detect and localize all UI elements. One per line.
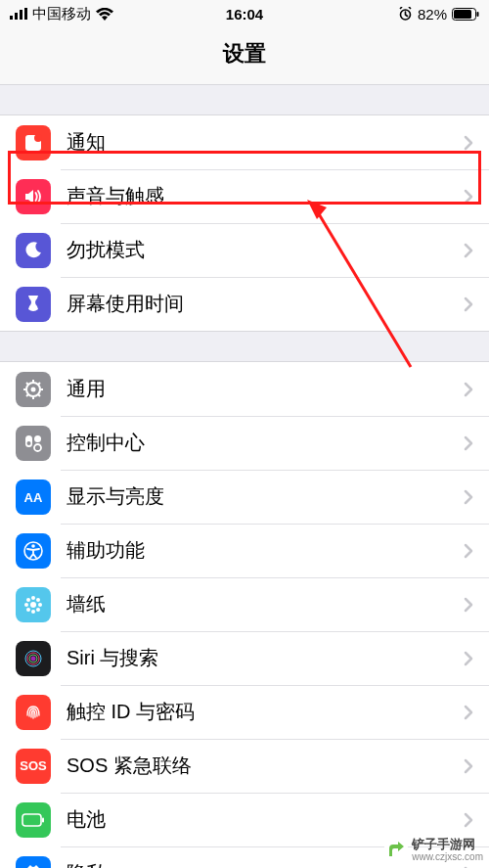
status-right: 82% [398,6,479,23]
svg-rect-40 [22,814,41,826]
svg-rect-41 [42,817,44,822]
svg-rect-0 [10,16,13,20]
chevron-right-icon [464,243,473,258]
status-left: 中国移动 [10,5,113,23]
row-label: Siri 与搜索 [67,645,464,671]
dnd-icon [16,233,51,268]
row-general[interactable]: 通用 [0,362,489,416]
chevron-right-icon [464,543,473,559]
wifi-icon [96,8,113,21]
touchid-icon [16,695,51,730]
svg-point-34 [26,608,30,612]
svg-line-17 [38,394,40,396]
row-label: 声音与触感 [67,183,464,209]
svg-rect-1 [15,13,18,20]
alarm-icon [398,7,413,21]
row-wallpaper[interactable]: 墙纸 [0,577,489,631]
controlcenter-icon [16,426,51,461]
display-icon: AA [16,480,51,515]
wallpaper-icon [16,587,51,622]
svg-rect-2 [20,10,22,20]
svg-point-22 [34,435,41,442]
svg-point-11 [31,387,36,391]
row-label: 墙纸 [67,591,464,617]
row-accessibility[interactable]: 辅助功能 [0,524,489,577]
chevron-right-icon [464,135,473,151]
svg-point-31 [38,603,42,607]
sounds-icon [16,179,51,214]
svg-text:AA: AA [24,490,43,505]
row-label: 电池 [67,806,464,833]
signal-icon [10,8,27,20]
svg-line-18 [26,394,28,396]
svg-point-23 [34,444,41,451]
row-label: 屏幕使用时间 [67,291,464,317]
row-sos[interactable]: SOS SOS 紧急联络 [0,739,489,793]
page-title: 设置 [0,27,489,85]
svg-point-30 [24,603,28,607]
svg-rect-3 [24,8,27,20]
sos-icon: SOS [16,749,51,784]
svg-line-19 [38,383,40,385]
chevron-right-icon [464,489,473,505]
svg-point-27 [30,602,36,608]
settings-section-1: 通知 声音与触感 勿扰模式 屏幕使用时间 [0,114,489,332]
svg-point-33 [36,598,40,602]
carrier-label: 中国移动 [32,5,91,23]
row-label: 通知 [67,129,464,156]
svg-rect-7 [477,12,479,17]
row-siri[interactable]: Siri 与搜索 [0,631,489,685]
svg-point-26 [31,544,35,548]
svg-rect-6 [454,10,471,19]
svg-point-9 [34,134,42,142]
row-label: 显示与亮度 [67,483,464,510]
chevron-right-icon [464,297,473,312]
watermark-icon [384,838,408,861]
chevron-right-icon [464,758,473,774]
svg-point-29 [31,610,35,614]
notifications-icon [16,125,51,160]
screentime-icon [16,287,51,322]
row-screentime[interactable]: 屏幕使用时间 [0,277,489,331]
chevron-right-icon [464,597,473,613]
row-label: SOS 紧急联络 [67,753,464,779]
row-label: 勿扰模式 [67,237,464,263]
chevron-right-icon [464,651,473,666]
svg-point-28 [31,596,35,600]
row-display[interactable]: AA 显示与亮度 [0,470,489,524]
siri-icon [16,641,51,676]
row-controlcenter[interactable]: 控制中心 [0,416,489,470]
sos-text: SOS [20,758,46,773]
row-notifications[interactable]: 通知 [0,115,489,169]
chevron-right-icon [464,435,473,451]
general-icon [16,372,51,407]
status-time: 16:04 [226,6,263,23]
battery-pct: 82% [418,6,447,23]
accessibility-icon [16,533,51,569]
row-touchid[interactable]: 触控 ID 与密码 [0,685,489,739]
row-sounds[interactable]: 声音与触感 [0,169,489,223]
battery-icon [452,8,479,21]
svg-point-39 [31,656,36,661]
svg-line-16 [26,383,28,385]
row-label: 触控 ID 与密码 [67,699,464,725]
chevron-right-icon [464,812,473,828]
settings-section-2: 通用 控制中心 AA 显示与亮度 辅助功能 墙纸 Siri 与搜索 [0,361,489,868]
privacy-icon [16,856,51,869]
chevron-right-icon [464,189,473,205]
watermark-text: 铲子手游网 www.czjxsc.com [412,838,483,862]
row-label: 辅助功能 [67,537,464,564]
row-label: 通用 [67,376,464,402]
battery-icon [16,802,51,838]
svg-point-35 [36,608,40,612]
row-dnd[interactable]: 勿扰模式 [0,223,489,277]
svg-point-32 [26,598,30,602]
watermark: 铲子手游网 www.czjxsc.com [384,838,483,862]
chevron-right-icon [464,382,473,397]
row-label: 控制中心 [67,430,464,456]
svg-point-21 [27,441,31,445]
status-bar: 中国移动 16:04 82% [0,0,489,27]
chevron-right-icon [464,705,473,720]
